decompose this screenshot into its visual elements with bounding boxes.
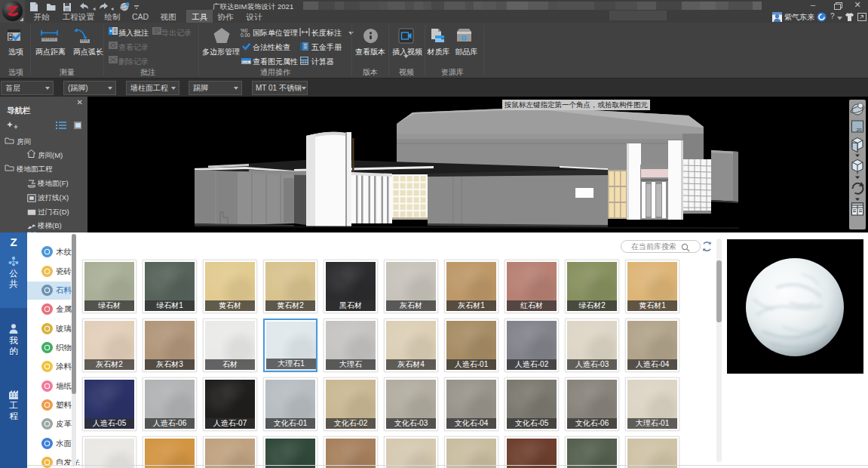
svg-text:0.00: 0.00 [241,32,250,38]
svg-text:20: 20 [857,128,862,132]
